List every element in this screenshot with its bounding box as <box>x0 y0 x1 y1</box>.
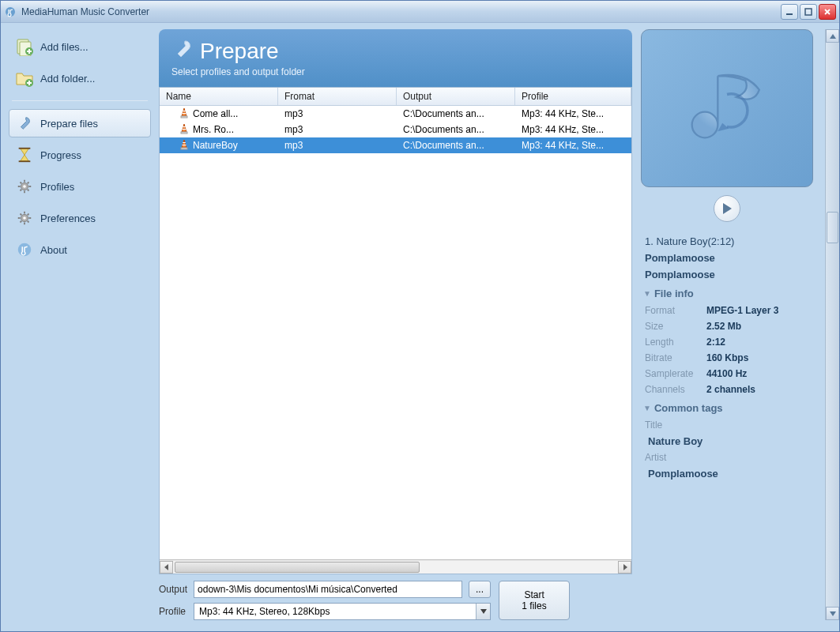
info-value: 2:12 <box>706 337 809 348</box>
cell-profile: Mp3: 44 KHz, Ste... <box>515 107 631 120</box>
profile-value: Mp3: 44 KHz, Stereo, 128Kbps <box>194 606 476 617</box>
svg-rect-17 <box>181 132 187 134</box>
file-type-icon <box>179 107 190 121</box>
add-folder-button[interactable]: Add folder... <box>9 64 151 92</box>
svg-rect-18 <box>183 126 186 127</box>
add-files-label: Add files... <box>40 41 89 53</box>
start-button[interactable]: Start 1 files <box>499 581 570 620</box>
info-key: Format <box>645 305 706 316</box>
wrench-icon <box>171 37 194 65</box>
scroll-up-icon[interactable] <box>826 29 839 43</box>
play-icon <box>722 203 732 214</box>
info-key: Channels <box>645 384 706 395</box>
sidebar-item-progress[interactable]: Progress <box>9 141 151 169</box>
cell-format: mp3 <box>278 139 397 152</box>
page-title: Prepare <box>200 39 279 64</box>
svg-rect-2 <box>805 9 812 15</box>
cell-output: C:\Documents an... <box>397 139 515 152</box>
sidebar-item-prepare[interactable]: Prepare files <box>9 109 151 137</box>
gear-icon <box>15 177 34 196</box>
cell-profile: Mp3: 44 KHz, Ste... <box>515 139 631 152</box>
scroll-left-icon[interactable] <box>160 561 173 574</box>
sidebar-item-preferences[interactable]: Preferences <box>9 204 151 232</box>
track-artist: Pomplamoose <box>637 250 817 266</box>
table-header: Name Fromat Output Profile <box>160 88 631 106</box>
sidebar: Add files... Add folder... Prepare files… <box>1 23 159 626</box>
close-button[interactable] <box>819 4 836 20</box>
file-info-header[interactable]: ▼ File info <box>637 283 817 303</box>
hourglass-icon <box>15 145 34 164</box>
output-path-input[interactable] <box>194 581 462 598</box>
horizontal-scrollbar[interactable] <box>160 559 631 574</box>
vertical-scrollbar[interactable] <box>825 29 839 620</box>
column-header-profile[interactable]: Profile <box>515 88 631 105</box>
svg-rect-16 <box>183 113 186 114</box>
tag-title-value: Nature Boy <box>637 433 817 450</box>
cell-name: Mrs. Ro... <box>193 124 234 135</box>
svg-rect-1 <box>786 13 793 15</box>
app-icon <box>15 240 34 259</box>
sidebar-item-label: Preferences <box>40 213 96 224</box>
svg-point-10 <box>23 185 26 188</box>
svg-rect-21 <box>183 142 186 143</box>
gear-icon <box>15 209 34 228</box>
column-header-output[interactable]: Output <box>397 88 515 105</box>
profile-label: Profile <box>159 606 187 617</box>
preview-pane: 1. Nature Boy(2:12) Pomplamoose Pomplamo… <box>637 29 820 620</box>
table-row[interactable]: Mrs. Ro...mp3C:\Documents an...Mp3: 44 K… <box>160 122 631 137</box>
app-window: MediaHuman Music Converter Add files... … <box>0 0 840 632</box>
table-row[interactable]: Come all...mp3C:\Documents an...Mp3: 44 … <box>160 106 631 122</box>
scrollbar-thumb[interactable] <box>175 562 420 573</box>
scrollbar-thumb[interactable] <box>827 212 838 243</box>
cell-output: C:\Documents an... <box>397 123 515 136</box>
window-title: MediaHuman Music Converter <box>21 6 781 17</box>
info-key: Length <box>645 337 706 348</box>
maximize-button[interactable] <box>800 4 817 20</box>
sidebar-item-profiles[interactable]: Profiles <box>9 172 151 201</box>
titlebar[interactable]: MediaHuman Music Converter <box>1 1 839 23</box>
music-note-icon <box>672 53 782 164</box>
svg-rect-20 <box>181 148 187 149</box>
track-title: 1. Nature Boy(2:12) <box>637 233 817 250</box>
svg-rect-22 <box>183 145 186 145</box>
scroll-down-icon[interactable] <box>826 607 839 620</box>
app-icon <box>4 6 17 18</box>
cell-output: C:\Documents an... <box>397 107 515 120</box>
sidebar-item-label: Prepare files <box>40 118 98 130</box>
sidebar-item-label: Progress <box>40 149 81 161</box>
column-header-format[interactable]: Fromat <box>278 88 397 105</box>
common-tags-header[interactable]: ▼ Common tags <box>637 397 817 417</box>
browse-button[interactable]: ... <box>469 581 491 598</box>
sidebar-item-about[interactable]: About <box>9 235 151 264</box>
info-value: 44100 Hz <box>706 368 809 379</box>
scroll-right-icon[interactable] <box>618 561 631 574</box>
tag-title-label: Title <box>645 419 706 431</box>
cell-format: mp3 <box>278 123 397 136</box>
info-row: FormatMPEG-1 Layer 3 <box>637 303 817 318</box>
play-button[interactable] <box>714 195 740 222</box>
info-row: Samplerate44100 Hz <box>637 366 817 382</box>
triangle-down-icon: ▼ <box>643 404 651 412</box>
triangle-down-icon: ▼ <box>643 289 651 298</box>
file-type-icon <box>179 123 190 137</box>
column-header-name[interactable]: Name <box>160 88 278 105</box>
info-value: 2.52 Mb <box>706 321 809 332</box>
cell-name: Come all... <box>193 108 238 119</box>
info-value: 160 Kbps <box>706 352 809 363</box>
info-value: MPEG-1 Layer 3 <box>706 305 809 316</box>
table-row[interactable]: NatureBoymp3C:\Documents an...Mp3: 44 KH… <box>160 137 631 153</box>
cell-format: mp3 <box>278 107 397 120</box>
add-folder-icon <box>15 69 34 88</box>
info-row: Length2:12 <box>637 334 817 350</box>
profile-select[interactable]: Mp3: 44 KHz, Stereo, 128Kbps <box>194 603 491 620</box>
page-subtitle: Select profiles and output folder <box>171 66 620 77</box>
sidebar-item-label: Profiles <box>40 181 74 193</box>
svg-rect-19 <box>183 129 186 130</box>
svg-rect-14 <box>181 116 187 118</box>
add-files-button[interactable]: Add files... <box>9 32 151 61</box>
svg-rect-15 <box>183 111 186 111</box>
add-folder-label: Add folder... <box>40 73 95 85</box>
minimize-button[interactable] <box>781 4 798 20</box>
svg-point-12 <box>23 216 26 220</box>
info-key: Samplerate <box>645 368 706 379</box>
